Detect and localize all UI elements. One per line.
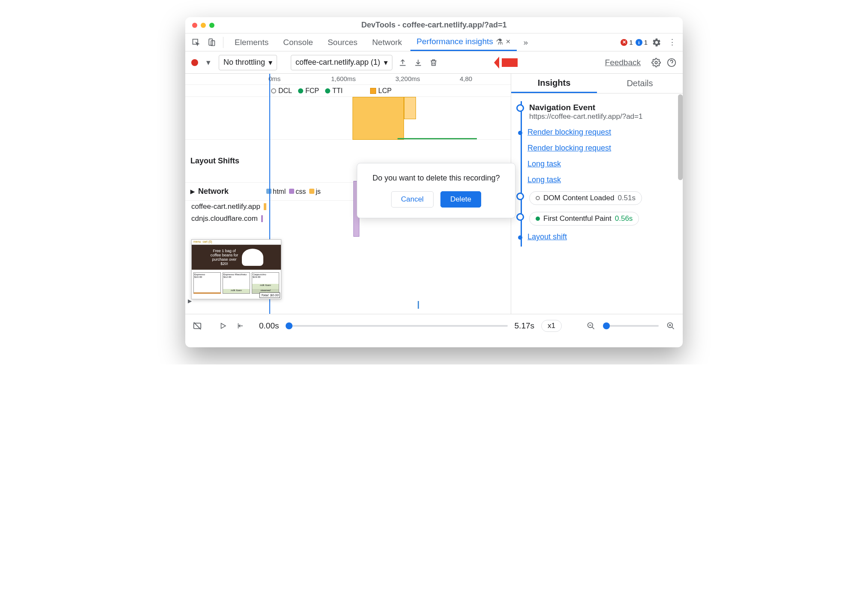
time-ruler: 0ms 1,600ms 3,200ms 4,80 — [185, 74, 511, 85]
zoom-in-icon[interactable] — [666, 321, 676, 331]
tab-performance-insights[interactable]: Performance insights ⚗ ✕ — [410, 33, 516, 51]
titlebar: DevTools - coffee-cart.netlify.app/?ad=1 — [185, 17, 683, 33]
rewind-icon[interactable] — [235, 321, 245, 331]
tab-network[interactable]: Network — [366, 33, 408, 51]
record-button[interactable] — [191, 59, 198, 66]
svg-point-3 — [655, 61, 657, 64]
tick-marker — [418, 301, 419, 309]
insight-navigation[interactable]: Navigation Eventhttps://coffee-cart.netl… — [511, 99, 683, 124]
insight-render-blocking[interactable]: Render blocking request — [511, 140, 683, 156]
marker-lcp[interactable]: LCP — [370, 87, 392, 95]
delete-icon[interactable] — [428, 57, 439, 68]
markers-row: DCL FCP TTI LCP — [185, 85, 511, 97]
zoom-out-icon[interactable] — [586, 321, 596, 331]
annotation-arrow — [494, 52, 519, 75]
dialog-message: Do you want to delete this recording? — [368, 174, 505, 183]
marker-tti[interactable]: TTI — [325, 87, 343, 95]
tab-elements[interactable]: Elements — [229, 33, 274, 51]
tab-sources[interactable]: Sources — [322, 33, 364, 51]
screenshots-toggle-icon[interactable] — [192, 321, 202, 331]
insight-long-task[interactable]: Long task — [511, 172, 683, 188]
playback-speed[interactable]: x1 — [541, 320, 562, 332]
errors-badge[interactable]: ✕1 — [621, 39, 633, 46]
zoom-slider[interactable] — [603, 325, 659, 327]
help-icon[interactable] — [666, 57, 677, 68]
window-title: DevTools - coffee-cart.netlify.app/?ad=1 — [362, 21, 507, 30]
maximize-window[interactable] — [209, 23, 214, 28]
minimize-window[interactable] — [201, 23, 206, 28]
insights-panel: Insights Details Navigation Eventhttps:/… — [511, 74, 683, 314]
tab-insights[interactable]: Insights — [511, 74, 597, 93]
tab-details[interactable]: Details — [597, 74, 683, 93]
playback-bar: 0.00s 5.17s x1 — [185, 314, 683, 337]
marker-dcl[interactable]: DCL — [271, 87, 292, 95]
flask-icon: ⚗ — [496, 37, 503, 47]
close-tab-icon[interactable]: ✕ — [506, 38, 511, 45]
screenshot-thumbnail: menu cart (0) Free 1 bag of coffee beans… — [191, 239, 281, 299]
more-tabs-icon[interactable]: » — [521, 38, 530, 47]
marker-fcp[interactable]: FCP — [298, 87, 319, 95]
insight-fcp[interactable]: First Contentful Paint 0.56s — [511, 208, 683, 229]
svg-rect-1 — [209, 39, 212, 45]
playback-end-time: 5.17s — [515, 321, 534, 331]
insight-long-task[interactable]: Long task — [511, 156, 683, 172]
toolbar-settings-icon[interactable] — [651, 57, 661, 68]
recording-select[interactable]: coffee-cart.netlify.app (1)▾ — [291, 55, 392, 70]
close-window[interactable] — [192, 23, 197, 28]
upload-icon[interactable] — [398, 57, 408, 68]
playback-start-time: 0.00s — [259, 321, 279, 331]
insight-dcl[interactable]: DOM Content Loaded 0.51s — [511, 188, 683, 208]
insight-layout-shift[interactable]: Layout shift — [511, 229, 683, 245]
inspect-icon[interactable] — [191, 38, 201, 47]
cancel-button[interactable]: Cancel — [391, 191, 434, 208]
main-tabs: Elements Console Sources Network Perform… — [185, 33, 683, 51]
info-badge[interactable]: i1 — [636, 39, 648, 46]
tab-console[interactable]: Console — [277, 33, 319, 51]
settings-icon[interactable] — [652, 38, 661, 47]
delete-confirm-dialog: Do you want to delete this recording? Ca… — [357, 163, 515, 218]
throttling-select[interactable]: No throttling▾ — [219, 55, 277, 70]
device-icon[interactable] — [207, 38, 216, 47]
delete-button[interactable]: Delete — [440, 191, 481, 208]
kebab-icon[interactable]: ⋮ — [667, 38, 677, 47]
playback-slider[interactable] — [286, 325, 507, 327]
download-icon[interactable] — [413, 57, 423, 68]
record-dropdown[interactable]: ▾ — [203, 57, 214, 68]
play-icon[interactable] — [218, 321, 228, 331]
feedback-link[interactable]: Feedback — [605, 58, 641, 67]
toolbar: ▾ No throttling▾ coffee-cart.netlify.app… — [185, 51, 683, 74]
overview-strip[interactable] — [185, 97, 511, 140]
insight-render-blocking[interactable]: Render blocking request — [511, 124, 683, 140]
